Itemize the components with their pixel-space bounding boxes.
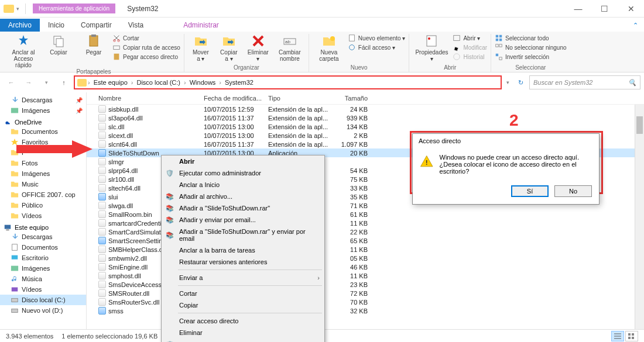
pegar-acceso-button[interactable]: Pegar acceso directo	[112, 53, 180, 61]
view-details-button[interactable]	[611, 331, 624, 341]
sidebar-item-nuevo-vol[interactable]: Nuevo vol (D:)	[0, 305, 86, 316]
pegar-button[interactable]: Pegar	[77, 34, 110, 56]
sidebar-item-onedrive[interactable]: OneDrive	[0, 118, 86, 126]
svg-rect-15	[454, 36, 460, 41]
ctx-enviar-a[interactable]: Enviar a	[162, 272, 324, 284]
propiedades-button[interactable]: Propiedades ▾	[413, 34, 450, 62]
back-button[interactable]: ←	[4, 75, 19, 90]
forward-button[interactable]: →	[21, 75, 36, 90]
sidebar-item-music[interactable]: Music	[0, 179, 86, 189]
cambiar-nombre-button[interactable]: abCambiar nombre	[275, 34, 305, 62]
col-size[interactable]: Tamaño	[333, 95, 374, 102]
sidebar-item-este-equipo[interactable]: Este equipo	[0, 223, 86, 232]
sidebar-item-imagenes[interactable]: Imágenes📌	[0, 105, 86, 116]
file-icon	[98, 132, 106, 139]
search-input[interactable]: Buscar en System32 🔍	[529, 75, 640, 89]
up-button[interactable]: ↑	[56, 75, 71, 90]
copiar-button[interactable]: Copiar	[42, 34, 75, 56]
tab-archivo[interactable]: Archivo	[0, 19, 40, 32]
file-row[interactable]: sisbkup.dll10/07/2015 12:59Extensión de …	[87, 105, 644, 113]
file-icon	[98, 158, 106, 165]
ctx-cambiar-nombre[interactable]: 🛡️Cambiar nombre	[162, 338, 324, 342]
sidebar-item-disco-c[interactable]: Disco local (C:)	[0, 295, 86, 305]
ctx-anadir-rar[interactable]: 📚Añadir a "SlideToShutDown.rar"	[162, 202, 324, 214]
svg-rect-36	[632, 333, 634, 336]
rar-icon: 📚	[165, 192, 174, 201]
breadcrumb-dropdown-icon[interactable]: ▾	[504, 80, 512, 85]
file-icon	[98, 105, 106, 113]
abrir-button[interactable]: Abrir ▾	[453, 34, 487, 42]
sidebar-item-videos[interactable]: Vídeos	[0, 210, 86, 221]
col-date[interactable]: Fecha de modifica...	[204, 95, 268, 102]
svg-rect-24	[499, 57, 502, 60]
svg-rect-7	[114, 54, 119, 60]
sidebar-item-escritorio[interactable]: Escritorio	[0, 253, 86, 263]
ctx-restaurar[interactable]: Restaurar versiones anteriores	[162, 256, 324, 268]
tab-administrar[interactable]: Administrar	[175, 19, 227, 32]
tab-compartir[interactable]: Compartir	[73, 19, 120, 32]
sidebar-item-imagenes2[interactable]: Imágenes	[0, 168, 86, 179]
ribbon-collapse-icon[interactable]: ⌃	[627, 19, 644, 32]
dialog-yes-button[interactable]: Sí	[511, 185, 549, 197]
ctx-copiar[interactable]: Copiar	[162, 299, 324, 311]
minimize-button[interactable]: —	[565, 0, 591, 18]
close-button[interactable]: ✕	[618, 0, 644, 18]
sidebar-item-videos2[interactable]: Vídeos	[0, 284, 86, 295]
anclar-button[interactable]: Anclar al Acceso rápido	[7, 34, 40, 68]
file-row[interactable]: sl3apo64.dll16/07/2015 11:37Extensión de…	[87, 113, 644, 122]
no-seleccionar-button[interactable]: No seleccionar ninguno	[495, 43, 567, 51]
group-seleccionar-label: Seleccionar	[515, 64, 546, 72]
column-headers[interactable]: Nombre Fecha de modifica... Tipo Tamaño	[87, 92, 644, 105]
invertir-seleccion-button[interactable]: Invertir selección	[495, 53, 567, 61]
ctx-anclar-inicio[interactable]: Anclar a Inicio	[162, 179, 324, 191]
ctx-enviar-email[interactable]: 📚Añadir y enviar por email...	[162, 214, 324, 226]
sidebar-item-documentos[interactable]: Documentos	[0, 126, 86, 137]
sidebar-item-descargas[interactable]: Descargas📌	[0, 95, 86, 105]
ctx-eliminar[interactable]: Eliminar	[162, 327, 324, 338]
copiar-ruta-button[interactable]: Copiar ruta de acceso	[112, 43, 180, 51]
maximize-button[interactable]: ☐	[591, 0, 618, 18]
col-type[interactable]: Tipo	[268, 95, 333, 102]
modificar-button[interactable]: Modificar	[453, 43, 487, 51]
col-name[interactable]: Nombre	[87, 95, 204, 102]
tab-vista[interactable]: Vista	[120, 19, 152, 32]
eliminar-button[interactable]: Eliminar ▾	[244, 34, 272, 62]
sidebar-item-imagenes3[interactable]: Imágenes	[0, 263, 86, 274]
nuevo-elemento-button[interactable]: Nuevo elemento ▾	[348, 34, 406, 42]
ctx-anclar-tareas[interactable]: Anclar a la barra de tareas	[162, 244, 324, 256]
recent-dropdown-icon[interactable]: ▾	[39, 75, 54, 90]
view-icons-button[interactable]	[625, 331, 638, 341]
file-icon	[98, 167, 106, 174]
file-icon	[98, 254, 106, 262]
sidebar-item-descargas2[interactable]: Descargas	[0, 232, 86, 242]
ctx-rar-email[interactable]: 📚Añadir a "SlideToShutDown.rar" y enviar…	[162, 226, 324, 244]
breadcrumb[interactable]: › Este equipo› Disco local (C:)› Windows…	[74, 75, 502, 89]
sidebar-item-documentos2[interactable]: Documentos	[0, 242, 86, 253]
navigation-bar: ← → ▾ ↑ › Este equipo› Disco local (C:)›…	[0, 72, 644, 92]
ctx-anadir-archivo[interactable]: 📚Añadir al archivo...	[162, 191, 324, 202]
tab-inicio[interactable]: Inicio	[40, 19, 73, 32]
search-placeholder: Buscar en System32	[533, 79, 593, 86]
mover-a-button[interactable]: Mover a ▾	[188, 34, 214, 62]
nueva-carpeta-button[interactable]: Nueva carpeta	[313, 34, 345, 62]
historial-button[interactable]: Historial	[453, 53, 487, 61]
facil-acceso-button[interactable]: Fácil acceso ▾	[348, 43, 406, 51]
title-bar: ▾ Herramientas de aplicación System32 — …	[0, 0, 644, 18]
dialog-no-button[interactable]: No	[554, 185, 592, 197]
scrollbar[interactable]	[635, 105, 644, 329]
ctx-abrir[interactable]: Abrir	[162, 156, 324, 167]
refresh-button[interactable]: ↻	[514, 79, 527, 87]
file-row[interactable]: slc.dll10/07/2015 13:00Extensión de la a…	[87, 122, 644, 131]
copiar-a-button[interactable]: Copiar a ▾	[216, 34, 242, 62]
sidebar-item-musica[interactable]: Música	[0, 274, 86, 284]
ctx-admin[interactable]: 🛡️Ejecutar como administrador	[162, 167, 324, 179]
svg-rect-37	[628, 337, 631, 339]
ctx-acceso-directo[interactable]: Crear acceso directo	[162, 315, 324, 327]
qat-dropdown-icon[interactable]: ▾	[16, 6, 19, 12]
seleccionar-todo-button[interactable]: Seleccionar todo	[495, 34, 567, 42]
sidebar-item-office[interactable]: OFFICE 2007. cop	[0, 189, 86, 200]
sidebar-item-fotos[interactable]: Fotos	[0, 158, 86, 168]
sidebar-item-publico[interactable]: Público	[0, 200, 86, 210]
cortar-button[interactable]: Cortar	[112, 34, 180, 42]
ctx-cortar[interactable]: Cortar	[162, 288, 324, 299]
